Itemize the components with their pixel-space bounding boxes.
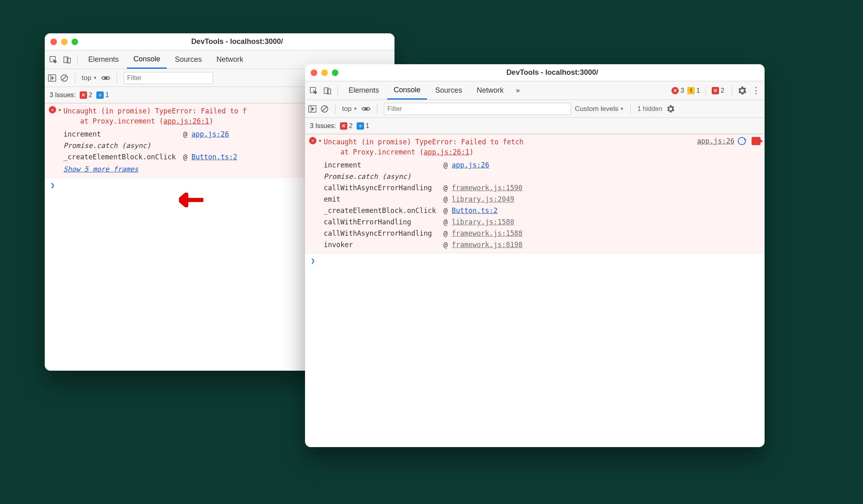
issues-label: 3 Issues: xyxy=(50,91,76,99)
settings-icon[interactable] xyxy=(736,85,748,97)
svg-point-17 xyxy=(365,108,367,110)
context-selector[interactable]: top ▼ xyxy=(342,105,357,113)
stack-fn: callWithAsyncErrorHandling xyxy=(324,229,436,237)
tab-sources[interactable]: Sources xyxy=(429,81,469,100)
retry-icon[interactable] xyxy=(738,137,746,145)
issue-error-icon: ✕ xyxy=(712,87,719,94)
stack-fn: callWithErrorHandling xyxy=(324,218,436,226)
tab-network[interactable]: Network xyxy=(470,81,510,100)
stack-fn: _createElementBlock.onClick xyxy=(324,206,436,215)
tab-sources[interactable]: Sources xyxy=(168,50,208,69)
stack-async: Promise.catch (async) xyxy=(324,172,523,180)
console-prompt[interactable]: ❯ xyxy=(305,253,765,268)
stack-fn: emit xyxy=(324,195,436,203)
titlebar[interactable]: DevTools - localhost:3000/ xyxy=(45,33,394,50)
tab-counters[interactable]: ✕3 !1 ✕2 xyxy=(671,85,724,96)
console-output: ✕ ▼ Uncaught (in promise) TypeError: Fai… xyxy=(305,134,765,268)
chevron-down-icon: ▼ xyxy=(620,106,624,111)
stack-async: Promise.catch (async) xyxy=(63,141,237,150)
stack-loc: @ framework.js:1588 xyxy=(443,229,523,237)
stack-fn: increment xyxy=(324,161,436,169)
console-toolbar: top ▼ Custom levels ▼ 1 hidden xyxy=(305,100,765,118)
filter-input[interactable] xyxy=(384,103,571,115)
error-entry[interactable]: ✕ ▼ Uncaught (in promise) TypeError: Fai… xyxy=(305,134,765,253)
chevron-down-icon: ▼ xyxy=(353,106,357,111)
tab-elements[interactable]: Elements xyxy=(82,50,125,69)
error-square-icon: ✕ xyxy=(340,122,347,130)
filter-input[interactable] xyxy=(124,72,213,84)
message-square-icon: ≡ xyxy=(96,91,104,99)
error-anchor[interactable]: app.js:26:1 xyxy=(424,148,470,156)
issues-bar[interactable]: 3 Issues: ✕2 ≡1 xyxy=(305,118,765,134)
context-selector[interactable]: top ▼ xyxy=(82,74,97,82)
issue-error-count: 2 xyxy=(721,87,724,94)
tabs-overflow[interactable]: » xyxy=(512,81,524,100)
clear-console-icon[interactable] xyxy=(60,74,68,82)
error-anchor[interactable]: app.js:26:1 xyxy=(163,117,209,125)
stack-loc: @ framework.js:1590 xyxy=(443,184,523,192)
stack-loc: @ library.js:2049 xyxy=(443,195,523,203)
maximize-icon[interactable] xyxy=(72,39,78,45)
chevron-down-icon: ▼ xyxy=(93,76,97,80)
console-settings-icon[interactable] xyxy=(667,105,675,113)
warning-count: 1 xyxy=(696,87,700,94)
error-icon: ✕ xyxy=(309,137,316,144)
issue-message-badge: ≡1 xyxy=(357,122,369,130)
live-expression-icon[interactable] xyxy=(101,75,110,81)
sidebar-toggle-icon[interactable] xyxy=(48,74,56,82)
close-icon[interactable] xyxy=(311,70,317,76)
stack-loc: @ framework.js:8198 xyxy=(443,241,523,249)
collapse-icon[interactable]: ▼ xyxy=(319,139,321,143)
separator xyxy=(630,104,631,114)
stack-fn: invoker xyxy=(324,241,436,249)
error-header: ✕ ▼ Uncaught (in promise) TypeError: Fai… xyxy=(309,137,761,157)
issues-label: 3 Issues: xyxy=(310,122,336,130)
stack-loc: @ Button.ts:2 xyxy=(443,206,523,215)
tab-console[interactable]: Console xyxy=(127,50,167,69)
collapse-icon[interactable]: ▼ xyxy=(59,108,61,112)
feedback-icon[interactable] xyxy=(752,137,761,145)
tab-network[interactable]: Network xyxy=(210,50,250,69)
maximize-icon[interactable] xyxy=(332,70,338,76)
error-location-extras: app.js:26 xyxy=(697,137,761,145)
show-more-frames-link[interactable]: Show 5 more frames xyxy=(63,165,138,173)
inspect-icon[interactable] xyxy=(47,54,59,66)
window-title: DevTools - localhost:3000/ xyxy=(346,68,759,77)
device-icon[interactable] xyxy=(61,54,73,66)
separator xyxy=(732,85,732,96)
issue-message-badge: ≡1 xyxy=(96,91,109,99)
close-icon[interactable] xyxy=(50,39,57,45)
device-icon[interactable] xyxy=(321,85,333,97)
error-source-link[interactable]: app.js:26 xyxy=(697,137,734,145)
message-square-icon: ≡ xyxy=(357,122,364,130)
more-menu-icon[interactable]: ⋮ xyxy=(750,85,762,97)
issue-error-badge: ✕2 xyxy=(80,91,92,99)
error-icon: ✕ xyxy=(49,106,56,113)
devtools-window-2: DevTools - localhost:3000/ Elements Cons… xyxy=(305,64,765,447)
inspect-icon[interactable] xyxy=(307,85,320,97)
stack-fn: increment xyxy=(63,130,176,138)
traffic-lights xyxy=(311,70,338,76)
tab-strip: Elements Console Sources Network » ✕3 !1… xyxy=(305,81,765,100)
window-title: DevTools - localhost:3000/ xyxy=(85,37,389,46)
tab-console[interactable]: Console xyxy=(387,81,427,100)
separator xyxy=(706,85,706,96)
minimize-icon[interactable] xyxy=(321,70,328,76)
error-icon: ✕ xyxy=(671,87,679,94)
clear-console-icon[interactable] xyxy=(320,105,329,113)
titlebar[interactable]: DevTools - localhost:3000/ xyxy=(305,64,765,81)
live-expression-icon[interactable] xyxy=(362,106,370,112)
stack-loc: @ app.js:26 xyxy=(183,130,237,138)
stack-fn: _createElementBlock.onClick xyxy=(63,153,176,161)
svg-point-8 xyxy=(105,77,107,79)
separator xyxy=(338,85,338,96)
stack-loc: @ Button.ts:2 xyxy=(183,153,237,161)
levels-selector[interactable]: Custom levels ▼ xyxy=(575,105,624,113)
svg-rect-2 xyxy=(67,58,70,63)
sidebar-toggle-icon[interactable] xyxy=(308,105,316,113)
minimize-icon[interactable] xyxy=(61,39,68,45)
tab-elements[interactable]: Elements xyxy=(342,81,386,100)
svg-line-7 xyxy=(62,76,67,80)
hidden-count[interactable]: 1 hidden xyxy=(637,105,662,113)
levels-label: Custom levels xyxy=(575,105,619,113)
